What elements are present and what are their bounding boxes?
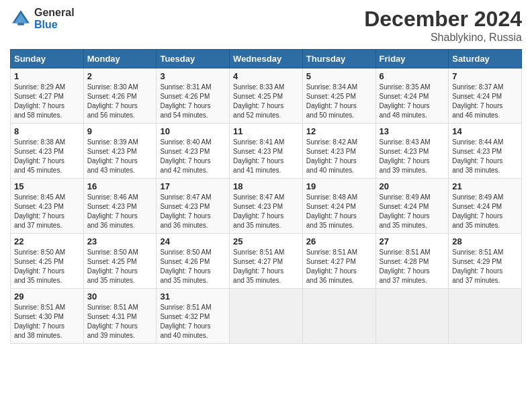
day-number: 30: [87, 291, 153, 302]
calendar-cell: 6Sunrise: 8:35 AM Sunset: 4:24 PM Daylig…: [375, 68, 449, 124]
cell-info: Sunrise: 8:51 AM Sunset: 4:29 PM Dayligh…: [452, 248, 518, 285]
day-number: 8: [14, 126, 80, 136]
calendar-cell: 30Sunrise: 8:51 AM Sunset: 4:31 PM Dayli…: [83, 289, 157, 344]
calendar-cell: 20Sunrise: 8:49 AM Sunset: 4:24 PM Dayli…: [375, 179, 449, 234]
calendar-cell: 11Sunrise: 8:41 AM Sunset: 4:23 PM Dayli…: [230, 124, 303, 179]
week-row-4: 22Sunrise: 8:50 AM Sunset: 4:25 PM Dayli…: [11, 234, 522, 289]
cell-info: Sunrise: 8:51 AM Sunset: 4:31 PM Dayligh…: [87, 303, 153, 340]
calendar-cell: 18Sunrise: 8:47 AM Sunset: 4:23 PM Dayli…: [230, 179, 303, 234]
calendar-cell: 28Sunrise: 8:51 AM Sunset: 4:29 PM Dayli…: [449, 234, 522, 289]
calendar-cell: 10Sunrise: 8:40 AM Sunset: 4:23 PM Dayli…: [157, 124, 230, 179]
day-header-tuesday: Tuesday: [157, 50, 230, 68]
cell-info: Sunrise: 8:50 AM Sunset: 4:25 PM Dayligh…: [14, 248, 80, 285]
cell-info: Sunrise: 8:40 AM Sunset: 4:23 PM Dayligh…: [160, 138, 226, 175]
week-row-3: 15Sunrise: 8:45 AM Sunset: 4:23 PM Dayli…: [11, 179, 522, 234]
calendar-table: SundayMondayTuesdayWednesdayThursdayFrid…: [10, 49, 522, 344]
cell-info: Sunrise: 8:50 AM Sunset: 4:25 PM Dayligh…: [87, 248, 153, 285]
day-number: 9: [87, 126, 153, 136]
cell-info: Sunrise: 8:41 AM Sunset: 4:23 PM Dayligh…: [233, 138, 299, 175]
calendar-cell: [449, 289, 522, 344]
calendar-cell: [230, 289, 303, 344]
day-header-monday: Monday: [83, 50, 157, 68]
calendar-cell: 17Sunrise: 8:47 AM Sunset: 4:23 PM Dayli…: [157, 179, 230, 234]
cell-info: Sunrise: 8:46 AM Sunset: 4:23 PM Dayligh…: [87, 193, 153, 230]
cell-info: Sunrise: 8:34 AM Sunset: 4:25 PM Dayligh…: [306, 83, 372, 120]
calendar-cell: 23Sunrise: 8:50 AM Sunset: 4:25 PM Dayli…: [83, 234, 157, 289]
calendar-cell: 2Sunrise: 8:30 AM Sunset: 4:26 PM Daylig…: [83, 68, 157, 124]
title-block: December 2024 Shablykino, Russia: [364, 7, 522, 44]
day-number: 2: [87, 71, 153, 81]
logo-blue-text: Blue: [34, 19, 75, 31]
day-number: 4: [233, 71, 299, 81]
cell-info: Sunrise: 8:50 AM Sunset: 4:26 PM Dayligh…: [160, 248, 226, 285]
logo-icon: [10, 8, 32, 30]
day-number: 26: [306, 236, 372, 246]
cell-info: Sunrise: 8:51 AM Sunset: 4:27 PM Dayligh…: [306, 248, 372, 285]
day-number: 19: [306, 181, 372, 191]
day-number: 27: [380, 236, 445, 246]
day-number: 28: [452, 236, 518, 246]
day-number: 7: [452, 71, 518, 81]
cell-info: Sunrise: 8:48 AM Sunset: 4:24 PM Dayligh…: [306, 193, 372, 230]
cell-info: Sunrise: 8:51 AM Sunset: 4:32 PM Dayligh…: [160, 303, 226, 340]
calendar-cell: 19Sunrise: 8:48 AM Sunset: 4:24 PM Dayli…: [302, 179, 375, 234]
calendar-cell: 8Sunrise: 8:38 AM Sunset: 4:23 PM Daylig…: [11, 124, 84, 179]
week-row-1: 1Sunrise: 8:29 AM Sunset: 4:27 PM Daylig…: [11, 68, 522, 124]
cell-info: Sunrise: 8:51 AM Sunset: 4:28 PM Dayligh…: [380, 248, 445, 285]
day-number: 16: [87, 181, 153, 191]
cell-info: Sunrise: 8:30 AM Sunset: 4:26 PM Dayligh…: [87, 83, 153, 120]
cell-info: Sunrise: 8:31 AM Sunset: 4:26 PM Dayligh…: [160, 83, 226, 120]
day-number: 31: [160, 291, 226, 302]
cell-info: Sunrise: 8:35 AM Sunset: 4:24 PM Dayligh…: [380, 83, 445, 120]
calendar-cell: 3Sunrise: 8:31 AM Sunset: 4:26 PM Daylig…: [157, 68, 230, 124]
cell-info: Sunrise: 8:45 AM Sunset: 4:23 PM Dayligh…: [14, 193, 80, 230]
calendar-cell: 22Sunrise: 8:50 AM Sunset: 4:25 PM Dayli…: [11, 234, 84, 289]
day-number: 11: [233, 126, 299, 136]
day-header-wednesday: Wednesday: [230, 50, 303, 68]
day-number: 15: [14, 181, 80, 191]
cell-info: Sunrise: 8:29 AM Sunset: 4:27 PM Dayligh…: [14, 83, 80, 120]
day-header-thursday: Thursday: [302, 50, 375, 68]
day-number: 5: [306, 71, 372, 81]
main-container: General Blue December 2024 Shablykino, R…: [0, 0, 532, 411]
cell-info: Sunrise: 8:43 AM Sunset: 4:23 PM Dayligh…: [380, 138, 445, 175]
logo-text: General Blue: [34, 7, 75, 30]
calendar-cell: 9Sunrise: 8:39 AM Sunset: 4:23 PM Daylig…: [83, 124, 157, 179]
cell-info: Sunrise: 8:47 AM Sunset: 4:23 PM Dayligh…: [160, 193, 226, 230]
svg-rect-2: [17, 23, 24, 25]
calendar-cell: 25Sunrise: 8:51 AM Sunset: 4:27 PM Dayli…: [230, 234, 303, 289]
cell-info: Sunrise: 8:42 AM Sunset: 4:23 PM Dayligh…: [306, 138, 372, 175]
day-number: 13: [380, 126, 445, 136]
cell-info: Sunrise: 8:38 AM Sunset: 4:23 PM Dayligh…: [14, 138, 80, 175]
day-number: 3: [160, 71, 226, 81]
calendar-cell: 13Sunrise: 8:43 AM Sunset: 4:23 PM Dayli…: [375, 124, 449, 179]
day-number: 21: [452, 181, 518, 191]
month-title: December 2024: [364, 7, 522, 32]
day-number: 29: [14, 291, 80, 302]
day-number: 22: [14, 236, 80, 246]
day-number: 17: [160, 181, 226, 191]
calendar-cell: 7Sunrise: 8:37 AM Sunset: 4:24 PM Daylig…: [449, 68, 522, 124]
calendar-cell: 21Sunrise: 8:49 AM Sunset: 4:24 PM Dayli…: [449, 179, 522, 234]
cell-info: Sunrise: 8:37 AM Sunset: 4:24 PM Dayligh…: [452, 83, 518, 120]
cell-info: Sunrise: 8:33 AM Sunset: 4:25 PM Dayligh…: [233, 83, 299, 120]
cell-info: Sunrise: 8:49 AM Sunset: 4:24 PM Dayligh…: [380, 193, 445, 230]
cell-info: Sunrise: 8:39 AM Sunset: 4:23 PM Dayligh…: [87, 138, 153, 175]
day-header-friday: Friday: [375, 50, 449, 68]
day-header-sunday: Sunday: [11, 50, 84, 68]
logo-general-text: General: [34, 7, 75, 19]
calendar-cell: 27Sunrise: 8:51 AM Sunset: 4:28 PM Dayli…: [375, 234, 449, 289]
calendar-cell: [302, 289, 375, 344]
day-number: 24: [160, 236, 226, 246]
day-number: 20: [380, 181, 445, 191]
location-title: Shablykino, Russia: [364, 32, 522, 44]
day-number: 14: [452, 126, 518, 136]
cell-info: Sunrise: 8:49 AM Sunset: 4:24 PM Dayligh…: [452, 193, 518, 230]
calendar-cell: 29Sunrise: 8:51 AM Sunset: 4:30 PM Dayli…: [11, 289, 84, 344]
calendar-cell: 1Sunrise: 8:29 AM Sunset: 4:27 PM Daylig…: [11, 68, 84, 124]
calendar-cell: 12Sunrise: 8:42 AM Sunset: 4:23 PM Dayli…: [302, 124, 375, 179]
day-number: 25: [233, 236, 299, 246]
day-number: 12: [306, 126, 372, 136]
week-row-5: 29Sunrise: 8:51 AM Sunset: 4:30 PM Dayli…: [11, 289, 522, 344]
day-number: 10: [160, 126, 226, 136]
